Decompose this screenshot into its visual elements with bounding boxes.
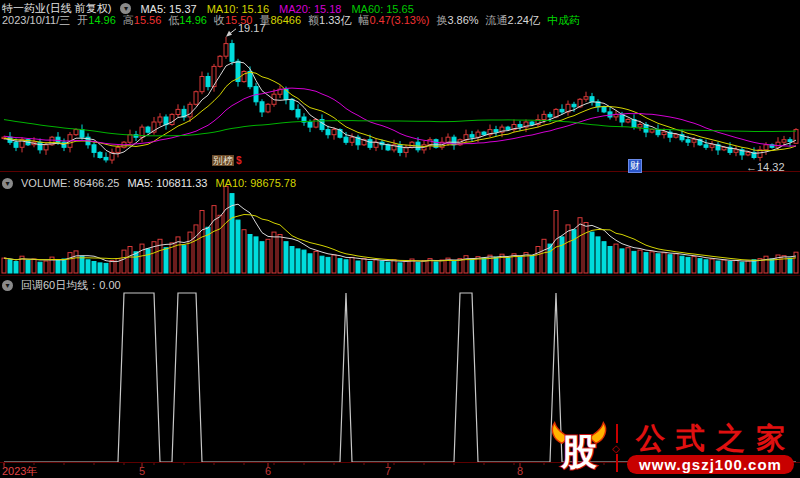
diamond-icon: ◇: [612, 443, 620, 454]
volume-legend-item: MA10: 98675.78: [215, 177, 296, 189]
watermark: 股 ◇ 公式之家 www.gszj100.com: [549, 419, 796, 477]
panel-separator: [0, 275, 800, 276]
watermark-site-url: www.gszj100.com: [627, 455, 794, 474]
event-marker-label: 别榜: [212, 155, 234, 166]
svg-text:6: 6: [265, 465, 271, 477]
volume-legend-item: VOLUME: 86466.25: [21, 177, 119, 189]
collapse-icon[interactable]: ▾: [2, 178, 13, 189]
volume-chart[interactable]: [0, 176, 800, 274]
volume-legend-items: VOLUME: 86466.25MA5: 106811.33MA10: 9867…: [21, 177, 296, 189]
dollar-icon: $: [236, 155, 242, 166]
indicator-label: 回调60日均线：0.00: [21, 278, 121, 293]
svg-text:8: 8: [517, 465, 523, 477]
svg-text:5: 5: [139, 465, 145, 477]
volume-legend-item: MA5: 106811.33: [127, 177, 207, 189]
panel-separator: [0, 171, 800, 172]
bull-stock-logo-icon: 股: [549, 419, 609, 477]
indicator-legend: ▾ 回调60日均线：0.00: [2, 278, 121, 293]
event-marker[interactable]: 别榜$: [212, 155, 242, 166]
candlestick-chart[interactable]: 19.17←14.32: [0, 20, 800, 171]
volume-legend: ▾ VOLUME: 86466.25MA5: 106811.33MA10: 98…: [2, 177, 296, 189]
watermark-site-name: 公式之家: [625, 423, 796, 453]
finance-report-marker[interactable]: 财: [628, 159, 642, 173]
svg-text:7: 7: [385, 465, 391, 477]
svg-text:19.17: 19.17: [238, 22, 266, 34]
watermark-divider: ◇: [616, 424, 618, 472]
svg-text:←14.32: ←14.32: [746, 161, 785, 171]
svg-text:2023年: 2023年: [2, 465, 37, 477]
collapse-icon[interactable]: ▾: [2, 280, 13, 291]
stock-app-window: 特一药业(日线 前复权) ▾ MA5: 15.37MA10: 15.16MA20…: [0, 0, 800, 478]
logo-character: 股: [560, 432, 597, 472]
